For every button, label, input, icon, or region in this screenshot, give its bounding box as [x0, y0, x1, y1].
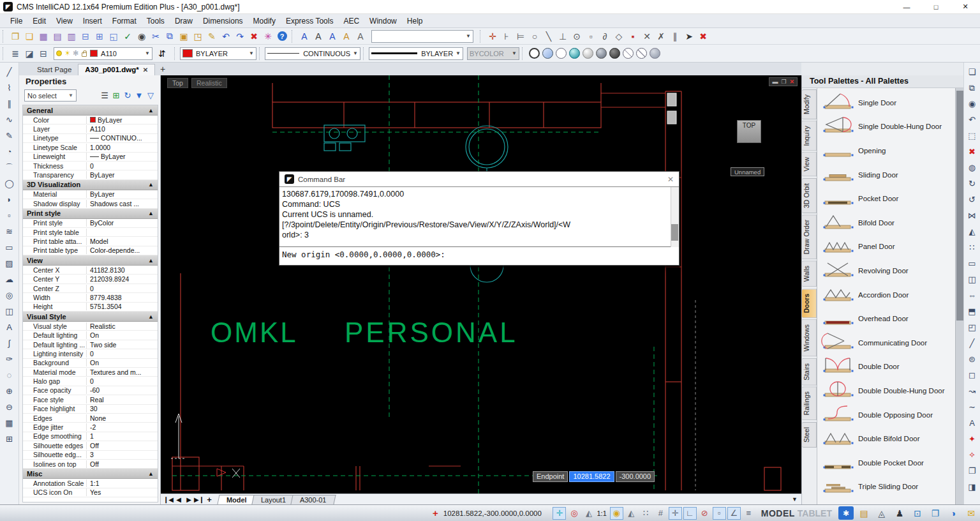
donut-icon[interactable]: ◎	[3, 287, 17, 303]
grid-dots-toggle[interactable]: ∷	[639, 507, 653, 520]
palette-tab-modify[interactable]: Modify	[802, 89, 817, 119]
ellipse-icon[interactable]: ◯	[3, 176, 17, 192]
ui-circle-icon[interactable]: ◑	[946, 506, 961, 520]
property-row[interactable]: Silhouette edgesOff	[23, 441, 158, 450]
rotate-icon[interactable]: ↻	[965, 176, 979, 192]
quick-properties-icon[interactable]: ▤	[856, 506, 872, 520]
annotation-scale-value[interactable]: 1:1	[597, 510, 606, 517]
property-section-header[interactable]: Misc▲	[23, 469, 158, 479]
property-row[interactable]: Thickness0	[23, 162, 158, 170]
menu-aec[interactable]: AEC	[338, 15, 364, 27]
menu-insert[interactable]: Insert	[78, 15, 107, 27]
property-row[interactable]: ColorByLayer	[23, 116, 158, 125]
property-row[interactable]: Edge smoothing1	[23, 432, 158, 441]
snap-midpoint-icon[interactable]: ⊨	[514, 29, 528, 43]
property-row[interactable]: Annotation Scale1:1	[23, 479, 158, 488]
menu-help[interactable]: Help	[402, 15, 428, 27]
cut-icon[interactable]: ✂	[149, 29, 163, 43]
layout-tab-model[interactable]: Model	[217, 495, 256, 504]
new-icon[interactable]: ❐	[8, 29, 22, 43]
property-row[interactable]: Visual styleRealistic	[23, 322, 158, 331]
esnap-toggle[interactable]: ▫	[713, 507, 726, 520]
freehand-icon[interactable]: ✎	[3, 128, 17, 144]
rotate-ccw-icon[interactable]: ↺	[965, 192, 979, 208]
2d-wireframe-icon[interactable]	[529, 48, 540, 59]
property-section-header[interactable]: General▲	[23, 105, 158, 116]
palette-scrollbar[interactable]	[955, 88, 963, 504]
property-row[interactable]: Height5751.3504	[23, 303, 158, 312]
layout-overflow-icon[interactable]: ▼	[792, 496, 798, 502]
find-icon[interactable]: ◉	[135, 29, 149, 43]
property-section-header[interactable]: View▲	[23, 255, 158, 266]
property-section-header[interactable]: Print style▲	[23, 209, 158, 219]
xray-icon[interactable]	[636, 48, 647, 59]
line-icon[interactable]: ╱	[3, 64, 17, 80]
palette-item-double-bifold-door[interactable]: Double Bifold Door	[821, 427, 954, 451]
duplicate-icon[interactable]: ⧉	[965, 80, 979, 96]
layer-combo[interactable]: ☀ ✻ A110 ▼	[54, 47, 152, 60]
add-layout-button[interactable]: +	[204, 495, 214, 504]
snap-center-icon[interactable]: ○	[528, 29, 542, 43]
coordinate-readout[interactable]: 10281.5822,-300.0000,0.0000	[443, 510, 553, 517]
property-row[interactable]: Face opacity-60	[23, 386, 158, 395]
toolbar-handle[interactable]	[3, 47, 7, 60]
snap-from-icon[interactable]: ✛	[486, 29, 500, 43]
property-row[interactable]: Shadow displayShadows cast ...	[23, 199, 158, 208]
snap-nearest-icon[interactable]: ╲	[542, 29, 556, 43]
print-icon[interactable]: ⊞	[93, 29, 107, 43]
spline-edit-icon[interactable]: ∫	[3, 335, 17, 351]
remote-desktop-icon[interactable]: ⊡	[910, 506, 925, 520]
view-cube[interactable]: TOP	[737, 120, 761, 143]
hatch-icon[interactable]: ▨	[3, 255, 17, 271]
new-tab-button[interactable]: +	[155, 64, 170, 75]
grid-toggle[interactable]: #	[654, 507, 667, 520]
circle-icon[interactable]: ◔	[3, 144, 17, 160]
ellipse-arc-icon[interactable]: ◗	[3, 192, 17, 208]
refresh-icon[interactable]: ↻	[122, 91, 133, 100]
boundary-icon[interactable]: ◫	[3, 303, 17, 319]
snap-intersection-icon[interactable]: ✕	[640, 29, 654, 43]
viewport-view-label[interactable]: Top	[167, 78, 188, 88]
viewport-style-label[interactable]: Realistic	[191, 78, 227, 88]
lwt-toggle[interactable]: ≡	[742, 507, 755, 520]
text-icon[interactable]: A	[297, 29, 311, 43]
menu-draw[interactable]: Draw	[170, 15, 198, 27]
double-line-icon[interactable]: ∥	[3, 96, 17, 112]
shades-of-gray-icon[interactable]	[650, 48, 660, 59]
property-row[interactable]: TransparencyByLayer	[23, 170, 158, 179]
linetype-combo[interactable]: CONTINUOUS ▼	[265, 47, 360, 60]
menu-format[interactable]: Format	[107, 15, 142, 27]
property-row[interactable]: Linetype Scale1.0000	[23, 143, 158, 152]
polyline-icon[interactable]: ⌇	[3, 80, 17, 96]
layout-tab-layout1[interactable]: Layout1	[251, 495, 295, 504]
tab-start-page[interactable]: Start Page	[31, 64, 78, 75]
dark-shaded-icon[interactable]	[609, 48, 620, 59]
close-button[interactable]: ✕	[951, 0, 980, 14]
select-box-icon[interactable]: ⬚	[965, 128, 979, 144]
help-icon[interactable]: ?	[275, 29, 289, 43]
annotation-visibility-toggle[interactable]: ◉	[610, 507, 623, 520]
text-style-icon[interactable]: A	[325, 29, 339, 43]
settings-gear-icon[interactable]: ✱	[838, 506, 854, 520]
format-painter-icon[interactable]: ✎	[205, 29, 219, 43]
pan-icon[interactable]: ✑	[3, 351, 17, 367]
menu-file[interactable]: File	[5, 15, 27, 27]
snap-quadrant-icon[interactable]: ◇	[612, 29, 626, 43]
toolbar-handle[interactable]	[522, 47, 526, 60]
spell-check-icon[interactable]: ✓	[121, 29, 135, 43]
selection-dropdown[interactable]: No select▼	[24, 89, 77, 102]
crosshair-toggle[interactable]: ✛	[553, 507, 566, 520]
menu-window[interactable]: Window	[364, 15, 402, 27]
page-setup-icon[interactable]: ◱	[107, 29, 121, 43]
mdi-window-controls[interactable]: ▬❐✕	[769, 77, 798, 86]
snap-node-icon[interactable]: ⊙	[570, 29, 584, 43]
model-space-button[interactable]: MODEL	[761, 508, 795, 518]
palette-item-double-door[interactable]: Double Door	[821, 355, 954, 379]
command-bar-dialog[interactable]: ◤ Command Bar ✕ 130687.6179,170098.7491,…	[279, 171, 679, 266]
palette-item-overhead-door[interactable]: Overhead Door	[821, 306, 954, 331]
property-row[interactable]: Center Y212039.8924	[23, 275, 158, 283]
snap-perpendicular-icon[interactable]: ⊥	[556, 29, 570, 43]
next-layout-button[interactable]: ▶	[184, 495, 194, 504]
point-icon[interactable]: ▫	[3, 208, 17, 223]
fillet-icon[interactable]: ◻	[965, 367, 979, 383]
